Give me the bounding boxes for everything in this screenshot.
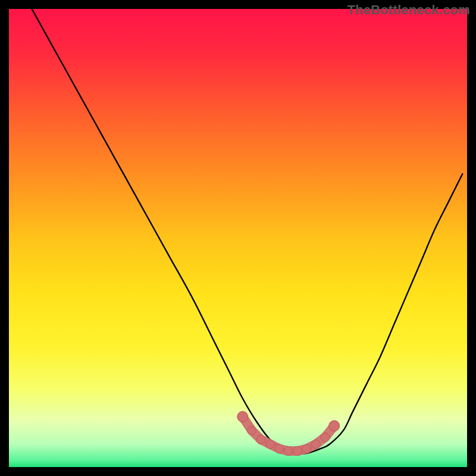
marker-dot — [275, 444, 284, 453]
marker-dot — [329, 421, 340, 431]
stage: TheBottleneck.com — [0, 0, 476, 476]
plot-area — [9, 9, 467, 467]
watermark-text: TheBottleneck.com — [347, 2, 470, 18]
marker-dot — [248, 426, 256, 435]
marker-dot — [284, 447, 293, 456]
chart-svg — [9, 9, 467, 467]
gradient-background — [9, 9, 467, 467]
marker-dot — [293, 447, 302, 456]
marker-dot — [237, 411, 248, 422]
marker-dot — [321, 433, 330, 441]
marker-dot — [311, 440, 320, 449]
plot-frame — [9, 9, 467, 467]
marker-dot — [265, 440, 274, 449]
marker-dot — [302, 444, 311, 453]
marker-dot — [256, 435, 265, 444]
